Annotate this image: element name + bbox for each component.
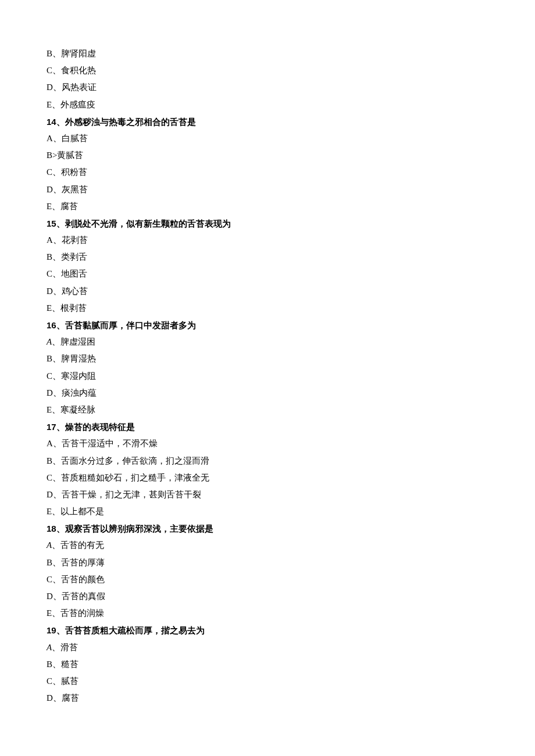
question-heading: 16、舌苔黏腻而厚，伴口中发甜者多为 bbox=[47, 321, 488, 329]
option-line: B、舌面水分过多，伸舌欲滴，扪之湿而滑 bbox=[47, 457, 488, 465]
option-text: 、滑苔 bbox=[52, 643, 78, 652]
document-page: B、脾肾阳虚C、食积化热D、风热表证E、外感瘟疫14、外感秽浊与热毒之邪相合的舌… bbox=[0, 0, 488, 703]
option-line: C、食积化热 bbox=[47, 66, 488, 75]
option-line: B、脾肾阳虚 bbox=[47, 49, 488, 58]
option-line: C、腻苔 bbox=[47, 677, 488, 686]
option-line: C、苔质粗糙如砂石，扪之糙手，津液全无 bbox=[47, 474, 488, 482]
question-heading: 18、观察舌苔以辨别病邪深浅，主要依据是 bbox=[47, 524, 488, 533]
option-line: B、脾胃湿热 bbox=[47, 354, 488, 363]
question-heading: 14、外感秽浊与热毒之邪相合的舌苔是 bbox=[47, 117, 488, 126]
option-line: D、舌苔的真假 bbox=[47, 592, 488, 601]
option-line: B>黄腻苔 bbox=[47, 151, 488, 160]
option-line: E、以上都不是 bbox=[47, 507, 488, 516]
option-line: B、糙苔 bbox=[47, 660, 488, 669]
option-letter: A bbox=[47, 643, 52, 652]
option-line: D、腐苔 bbox=[47, 694, 488, 703]
option-line: E、根剥苔 bbox=[47, 304, 488, 313]
option-line: D、鸡心苔 bbox=[47, 287, 488, 296]
option-line: C、舌苔的颜色 bbox=[47, 575, 488, 584]
question-heading: 17、燥苔的表现特征是 bbox=[47, 422, 488, 431]
question-heading: 19、舌苔苔质粗大疏松而厚，揩之易去为 bbox=[47, 626, 488, 635]
option-line: E、外感瘟疫 bbox=[47, 101, 488, 109]
option-line: E、舌苔的润燥 bbox=[47, 609, 488, 618]
option-text: 、脾虚湿困 bbox=[52, 337, 95, 346]
option-line: A、白腻苔 bbox=[47, 134, 488, 143]
question-heading: 15、剥脱处不光滑，似有新生颗粒的舌苔表现为 bbox=[47, 219, 488, 228]
option-line: A、舌苔的有无 bbox=[47, 541, 488, 550]
option-line: B、类剥舌 bbox=[47, 253, 488, 261]
option-letter: A bbox=[47, 540, 52, 550]
option-line: C、积粉苔 bbox=[47, 168, 488, 177]
option-line: E、腐苔 bbox=[47, 202, 488, 211]
option-line: D、舌苔干燥，扪之无津，甚则舌苔干裂 bbox=[47, 490, 488, 499]
option-letter: A bbox=[47, 337, 52, 346]
option-line: A、舌苔干湿适中，不滑不燥 bbox=[47, 439, 488, 448]
option-line: D、风热表证 bbox=[47, 83, 488, 92]
option-line: A、脾虚湿困 bbox=[47, 338, 488, 346]
option-line: E、寒凝经脉 bbox=[47, 406, 488, 414]
option-line: C、寒湿内阻 bbox=[47, 372, 488, 381]
option-line: A、花剥苔 bbox=[47, 236, 488, 245]
option-line: B、舌苔的厚薄 bbox=[47, 558, 488, 567]
option-line: D、痰浊内蕴 bbox=[47, 389, 488, 397]
option-line: D、灰黑苔 bbox=[47, 185, 488, 194]
option-line: A、滑苔 bbox=[47, 643, 488, 652]
option-line: C、地图舌 bbox=[47, 270, 488, 278]
option-text: 、舌苔的有无 bbox=[52, 540, 104, 550]
